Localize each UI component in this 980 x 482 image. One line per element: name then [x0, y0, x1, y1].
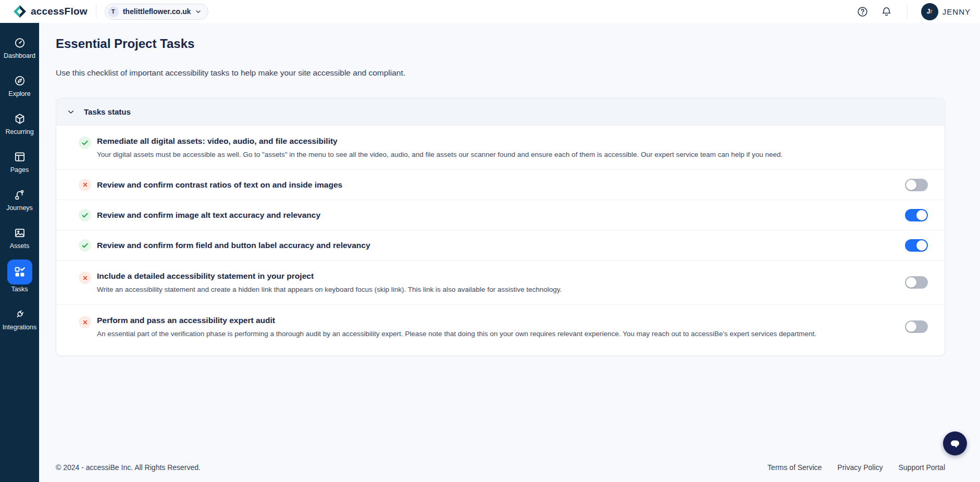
task-text: Review and confirm form field and button…	[97, 240, 370, 250]
task-toggle[interactable]	[905, 320, 928, 333]
sidebar-item-assets[interactable]: Assets	[0, 227, 39, 250]
sidebar-item-dashboard[interactable]: Dashboard	[0, 36, 39, 59]
footer-link[interactable]: Terms of Service	[767, 463, 822, 472]
check-circle-icon	[79, 239, 91, 252]
layout-icon	[14, 151, 26, 163]
task-row: Review and confirm contrast ratios of te…	[56, 169, 945, 200]
avatar-initial: J	[927, 8, 931, 15]
sidebar-item-pages[interactable]: Pages	[0, 151, 39, 174]
copyright-text: © 2024 - accessiBe Inc. All Rights Reser…	[56, 463, 201, 472]
tasks-status-header[interactable]: Tasks status	[56, 98, 945, 126]
task-title: Perform and pass an accessibility expert…	[97, 315, 816, 325]
question-mark-circle-icon	[857, 6, 869, 18]
sidebar-item-recurring[interactable]: Recurring	[0, 113, 39, 135]
brand-name: accessFlow	[31, 6, 88, 17]
chat-bubble-icon	[948, 437, 962, 450]
check-circle-icon	[79, 137, 91, 149]
task-toggle[interactable]	[905, 239, 928, 252]
panel-header-label: Tasks status	[84, 107, 131, 116]
tasks-status-panel: Tasks status Remediate all digital asset…	[56, 98, 945, 356]
sidebar-item-label: Dashboard	[4, 52, 35, 59]
tasks-check-icon	[7, 259, 32, 285]
task-title: Include a detailed accessibility stateme…	[97, 271, 562, 281]
cube-icon	[14, 113, 26, 125]
task-title: Review and confirm image alt text accura…	[97, 210, 320, 220]
task-toggle[interactable]	[905, 209, 928, 221]
cross-circle-icon	[79, 316, 91, 328]
domain-selector[interactable]: T thelittleflower.co.uk	[105, 4, 209, 20]
sidebar-item-label: Recurring	[5, 128, 33, 135]
sidebar-nav: Dashboard Explore Recurring Pages Journe…	[0, 23, 39, 482]
task-title: Remediate all digital assets: video, aud…	[97, 136, 783, 146]
page-title: Essential Project Tasks	[56, 36, 945, 51]
sidebar-item-label: Integrations	[3, 324, 36, 331]
divider	[907, 5, 908, 18]
dashboard-gauge-icon	[14, 36, 26, 49]
bell-icon	[880, 6, 892, 18]
toggle-knob	[906, 180, 916, 190]
page-footer: © 2024 - accessiBe Inc. All Rights Reser…	[56, 455, 945, 482]
sidebar-item-label: Explore	[8, 90, 30, 97]
footer-link[interactable]: Privacy Policy	[837, 463, 883, 472]
task-row: Review and confirm image alt text accura…	[56, 200, 945, 230]
route-icon	[14, 189, 26, 201]
brand-diamond-icon	[13, 5, 27, 18]
toggle-knob	[906, 322, 916, 332]
compass-icon	[14, 75, 26, 87]
chat-widget-button[interactable]	[943, 431, 967, 455]
sidebar-item-explore[interactable]: Explore	[0, 75, 39, 97]
sidebar-item-tasks[interactable]: Tasks	[0, 265, 39, 293]
main-content: Essential Project Tasks Use this checkli…	[39, 23, 980, 482]
domain-name: thelittleflower.co.uk	[123, 7, 191, 16]
footer-link[interactable]: Support Portal	[899, 463, 946, 472]
page-subtitle: Use this checklist of important accessib…	[56, 68, 945, 78]
task-text: Review and confirm contrast ratios of te…	[97, 180, 342, 190]
user-avatar[interactable]: Jr	[921, 3, 938, 20]
task-text: Review and confirm image alt text accura…	[97, 210, 320, 220]
brand-logo: accessFlow	[13, 5, 88, 18]
sidebar-item-integrations[interactable]: Integrations	[0, 308, 39, 331]
sidebar-item-journeys[interactable]: Journeys	[0, 189, 39, 212]
sidebar-item-label: Assets	[10, 242, 30, 250]
task-description: An essential part of the verification ph…	[97, 329, 816, 338]
sidebar-item-label: Tasks	[11, 286, 28, 293]
check-circle-icon	[79, 209, 91, 221]
top-bar: accessFlow T thelittleflower.co.uk Jr JE…	[0, 0, 980, 23]
task-description: Your digital assets must be accessible a…	[97, 150, 783, 159]
footer-links: Terms of ServicePrivacy PolicySupport Po…	[767, 463, 945, 472]
chevron-down-icon	[195, 8, 202, 15]
plug-icon	[14, 308, 26, 320]
sidebar-item-label: Pages	[10, 166, 29, 174]
toggle-knob	[906, 277, 916, 288]
user-name[interactable]: JENNY	[942, 7, 971, 16]
toggle-knob	[916, 210, 927, 220]
divider	[96, 5, 96, 18]
notifications-button[interactable]	[878, 3, 896, 20]
chevron-down-icon	[67, 108, 75, 116]
task-title: Review and confirm contrast ratios of te…	[97, 180, 342, 190]
toggle-knob	[916, 240, 927, 251]
task-list: Remediate all digital assets: video, aud…	[56, 126, 945, 355]
cross-circle-icon	[79, 271, 91, 284]
task-toggle[interactable]	[905, 276, 928, 289]
task-row: Review and confirm form field and button…	[56, 230, 945, 260]
domain-badge: T	[108, 6, 119, 17]
task-row: Perform and pass an accessibility expert…	[56, 304, 945, 355]
task-title: Review and confirm form field and button…	[97, 240, 370, 250]
task-row: Include a detailed accessibility stateme…	[56, 260, 945, 304]
task-row: Remediate all digital assets: video, aud…	[56, 126, 945, 169]
cross-circle-icon	[79, 179, 91, 191]
sidebar-item-label: Journeys	[6, 204, 33, 212]
task-text: Perform and pass an accessibility expert…	[97, 315, 816, 338]
help-button[interactable]	[854, 3, 872, 20]
task-text: Remediate all digital assets: video, aud…	[97, 136, 783, 159]
image-icon	[14, 227, 26, 239]
task-description: Write an accessibility statement and cre…	[97, 285, 562, 294]
avatar-initial-suffix: r	[930, 8, 933, 15]
task-text: Include a detailed accessibility stateme…	[97, 271, 562, 294]
task-toggle[interactable]	[905, 179, 928, 191]
